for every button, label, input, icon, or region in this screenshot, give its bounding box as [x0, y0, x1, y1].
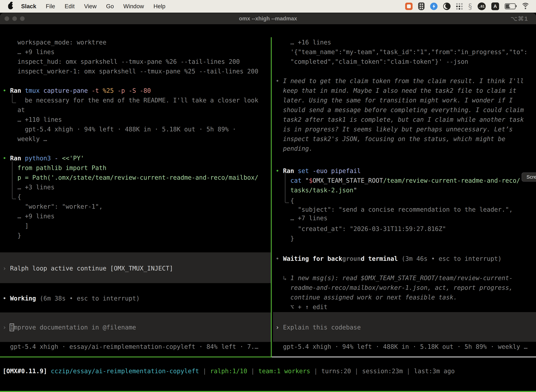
terminal-line: task2 after task1 is complete, but can I… [276, 115, 536, 125]
window-shortcut-hint: ⌥⌘1 [511, 15, 528, 22]
text-segment: "created_at": "2026-03-31T11:59:27.816Z" [276, 225, 446, 232]
menu-item-view[interactable]: View [84, 3, 96, 10]
terminal-line: tasks/task-2.json" [276, 186, 536, 195]
status-segment: ralph:1/10 [210, 368, 247, 375]
countdown-badge-icon[interactable]: ..61 [478, 2, 486, 10]
text-segment: I need to get the claim token from the c… [283, 77, 524, 84]
terminal-line: … +9 lines [3, 47, 271, 57]
text-segment: cat [290, 177, 305, 184]
text-segment: (3m 46s • esc to interrupt) [398, 255, 502, 262]
terminal-line: be necessary for the end of the README. … [3, 96, 271, 105]
terminal-line: … +9 lines [3, 211, 271, 221]
text-segment: Ralph loop active continue [OMX_TMUX_INJ… [10, 265, 173, 272]
terminal-line: › Improve documentation in @filename [3, 323, 271, 332]
terminal-line: is in progress? It seems likely but perh… [276, 125, 536, 134]
text-segment: { [276, 197, 294, 204]
text-segment: gpt-5.4 xhigh · 94% left · 488K in · 5.1… [3, 126, 236, 133]
text-segment: groun [342, 255, 361, 262]
text-segment: <<'PY' [62, 155, 84, 162]
terminal-line: later. Using the same for transition mig… [276, 96, 536, 105]
text-segment: { [3, 193, 21, 201]
status-segment: | [403, 368, 414, 375]
text-segment: … +7 lines [276, 215, 327, 222]
terminal-line: ⌥ + ↑ edit [276, 302, 536, 312]
window-title: omx --xhigh --madmax [0, 15, 536, 22]
status-segment: last:3m ago [414, 368, 455, 375]
terminal-line: continue assigned work or next feasible … [276, 293, 536, 302]
text-segment: $ [309, 177, 313, 184]
terminal-line: inspect_worker-1: omx sparkshell --tmux-… [3, 67, 271, 76]
terminal-line: • Ran set -euo pipefail [276, 166, 536, 176]
text-segment: … +9 lines [3, 213, 54, 220]
status-segment: [OMX#0.11.9] [3, 368, 51, 375]
text-segment: weekly … [3, 135, 47, 142]
terminal-line: • Waiting for background terminal (3m 46… [276, 254, 536, 264]
blue-bolt-icon[interactable] [430, 3, 438, 10]
menu-item-file[interactable]: File [46, 3, 55, 10]
text-segment: -t [92, 87, 103, 94]
text-segment: • [276, 255, 283, 262]
status-segment: team:1 workers [258, 368, 310, 375]
terminal-line: "worker": "worker-1", [3, 202, 271, 211]
status-segment: session:23m [362, 368, 403, 375]
text-segment: (6m 38s • esc to interrupt) [36, 295, 140, 302]
left-terminal-pane[interactable]: workspace_mode: worktree … +9 lines insp… [0, 37, 271, 357]
text-segment: '{"team_name":"my-team","task_id":"1","f… [276, 48, 527, 56]
left-pane-bottom-border [0, 356, 272, 357]
terminal-line: › Explain this codebase [276, 323, 536, 332]
text-segment: • [276, 77, 283, 84]
right-terminal-pane[interactable]: … +16 lines '{"team_name":"my-team","tas… [273, 37, 536, 357]
text-segment: should send a message before completing … [276, 107, 524, 113]
battery-icon[interactable] [505, 3, 516, 9]
apple-menu-icon[interactable] [8, 3, 13, 9]
shield-grid-icon[interactable] [418, 2, 425, 10]
menu-item-help[interactable]: Help [153, 3, 165, 10]
terminal-line: inspect task2's JSON, focusing on the st… [276, 134, 536, 144]
status-segment: | [247, 368, 258, 375]
text-segment: " [354, 187, 357, 194]
text-segment: … +16 lines [276, 39, 331, 46]
text-segment [276, 187, 290, 194]
terminal-line: pending. [276, 144, 536, 154]
menu-item-window[interactable]: Window [123, 3, 144, 10]
text-segment: I [10, 324, 14, 331]
text-segment: keep that in mind. Maybe I also need the… [276, 87, 517, 94]
terminal-line: … +110 lines [3, 115, 271, 125]
chat-app-icon[interactable] [405, 3, 412, 10]
terminal-line: weekly … [3, 134, 271, 144]
dots-grid-icon[interactable] [456, 3, 463, 10]
crescent-icon[interactable] [443, 3, 450, 10]
wifi-icon[interactable] [521, 3, 530, 10]
terminal-line: … +16 lines [276, 37, 536, 47]
tmux-status-bar[interactable]: [omx-cczip0:bash* "MacBook-Pro-44.local"… [0, 391, 536, 392]
text-segment: Explain this codebase [283, 324, 361, 331]
pane-divider[interactable] [271, 37, 272, 357]
section-squiggle-icon[interactable]: § [468, 2, 472, 11]
text-segment: • [3, 155, 10, 162]
text-segment: d terminal [361, 255, 398, 262]
terminal-line: ] [3, 221, 271, 231]
text-segment: tasks/task-2.json [290, 187, 353, 194]
right-pane-bottom-border [272, 356, 536, 357]
menu-item-slack[interactable]: Slack [21, 3, 36, 10]
terminal-line: inspect_hud: omx sparkshell --tmux-pane … [3, 57, 271, 67]
text-segment: gpt-5.4 xhigh · 94% left · 488K in · 5.1… [276, 343, 527, 350]
terminal-content: workspace_mode: worktree … +9 lines insp… [0, 37, 536, 392]
text-segment: … +3 lines [3, 184, 54, 191]
menu-item-edit[interactable]: Edit [65, 3, 75, 10]
text-segment: continue assigned work or next feasible … [276, 294, 457, 301]
terminal-line: gpt-5.4 xhigh · essay/ai-reimplementatio… [3, 342, 271, 352]
text-segment: Ran [10, 155, 25, 162]
menu-item-go[interactable]: Go [106, 3, 114, 10]
text-segment: › [3, 324, 10, 331]
text-segment [276, 177, 290, 184]
text-segment: } [276, 235, 294, 242]
text-segment: be necessary for the end of the README. … [3, 97, 258, 104]
a-app-icon[interactable]: A [491, 2, 499, 10]
terminal-line: should send a message before completing … [276, 105, 536, 115]
terminal-line: • Working (6m 38s • esc to interrupt) [3, 294, 271, 303]
text-segment: } [3, 232, 21, 239]
terminal-line: › Ralph loop active continue [OMX_TMUX_I… [3, 264, 271, 273]
text-segment: ↳ [276, 275, 290, 281]
window-title-bar[interactable]: omx --xhigh --madmax ⌥⌘1 [0, 13, 536, 24]
